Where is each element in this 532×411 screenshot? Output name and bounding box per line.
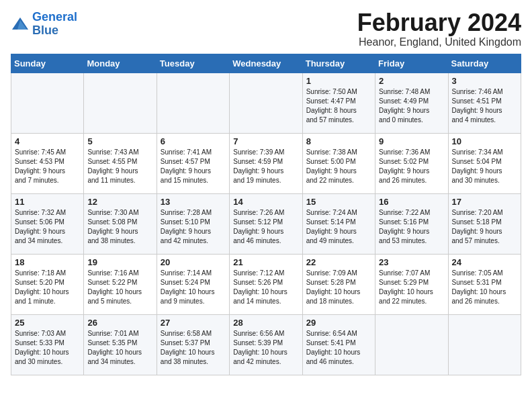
day-info: Sunrise: 7:18 AM Sunset: 5:20 PM Dayligh… [15, 269, 80, 306]
calendar-header-row: Sunday Monday Tuesday Wednesday Thursday… [11, 54, 521, 73]
day-number: 19 [87, 257, 152, 267]
day-number: 11 [15, 197, 80, 207]
day-info: Sunrise: 7:32 AM Sunset: 5:06 PM Dayligh… [15, 208, 80, 246]
table-row: 10Sunrise: 7:34 AM Sunset: 5:04 PM Dayli… [448, 134, 521, 194]
day-info: Sunrise: 7:48 AM Sunset: 4:49 PM Dayligh… [379, 87, 444, 125]
table-row [157, 73, 229, 134]
header-friday: Friday [375, 54, 448, 73]
table-row: 27Sunrise: 6:58 AM Sunset: 5:37 PM Dayli… [157, 315, 229, 375]
day-info: Sunrise: 7:12 AM Sunset: 5:26 PM Dayligh… [233, 269, 298, 306]
calendar-week-row: 11Sunrise: 7:32 AM Sunset: 5:06 PM Dayli… [11, 194, 521, 255]
table-row: 28Sunrise: 6:56 AM Sunset: 5:39 PM Dayli… [230, 315, 302, 375]
day-number: 28 [233, 318, 298, 328]
table-row: 6Sunrise: 7:41 AM Sunset: 4:57 PM Daylig… [157, 134, 229, 194]
table-row: 12Sunrise: 7:30 AM Sunset: 5:08 PM Dayli… [84, 194, 157, 255]
day-number: 12 [87, 197, 152, 207]
table-row: 13Sunrise: 7:28 AM Sunset: 5:10 PM Dayli… [157, 194, 229, 255]
day-number: 21 [233, 257, 298, 267]
header-thursday: Thursday [302, 54, 375, 73]
day-info: Sunrise: 7:43 AM Sunset: 4:55 PM Dayligh… [87, 148, 152, 185]
table-row: 26Sunrise: 7:01 AM Sunset: 5:35 PM Dayli… [84, 315, 157, 375]
day-number: 29 [306, 318, 371, 328]
day-info: Sunrise: 7:45 AM Sunset: 4:53 PM Dayligh… [15, 148, 80, 185]
day-info: Sunrise: 7:07 AM Sunset: 5:29 PM Dayligh… [379, 269, 444, 306]
calendar-week-row: 4Sunrise: 7:45 AM Sunset: 4:53 PM Daylig… [11, 134, 521, 194]
table-row [230, 73, 302, 134]
header-tuesday: Tuesday [157, 54, 229, 73]
table-row: 17Sunrise: 7:20 AM Sunset: 5:18 PM Dayli… [448, 194, 521, 255]
table-row: 24Sunrise: 7:05 AM Sunset: 5:31 PM Dayli… [448, 255, 521, 315]
day-number: 8 [306, 136, 371, 146]
day-number: 15 [306, 197, 371, 207]
day-number: 26 [87, 318, 152, 328]
title-area: February 2024 Heanor, England, United Ki… [357, 11, 521, 48]
table-row: 21Sunrise: 7:12 AM Sunset: 5:26 PM Dayli… [230, 255, 302, 315]
day-number: 6 [161, 136, 226, 146]
table-row: 7Sunrise: 7:39 AM Sunset: 4:59 PM Daylig… [230, 134, 302, 194]
day-number: 2 [379, 76, 444, 86]
calendar-table: Sunday Monday Tuesday Wednesday Thursday… [11, 54, 521, 375]
day-number: 4 [15, 136, 80, 146]
month-title: February 2024 [357, 11, 521, 35]
day-number: 10 [452, 136, 517, 146]
day-number: 7 [233, 136, 298, 146]
header-monday: Monday [84, 54, 157, 73]
day-info: Sunrise: 7:28 AM Sunset: 5:10 PM Dayligh… [161, 208, 226, 246]
day-number: 25 [15, 318, 80, 328]
calendar-week-row: 18Sunrise: 7:18 AM Sunset: 5:20 PM Dayli… [11, 255, 521, 315]
day-number: 20 [161, 257, 226, 267]
day-number: 27 [161, 318, 226, 328]
day-info: Sunrise: 7:05 AM Sunset: 5:31 PM Dayligh… [452, 269, 517, 306]
day-number: 23 [379, 257, 444, 267]
day-info: Sunrise: 6:56 AM Sunset: 5:39 PM Dayligh… [233, 329, 298, 367]
header-wednesday: Wednesday [230, 54, 302, 73]
location: Heanor, England, United Kingdom [357, 36, 521, 48]
day-info: Sunrise: 7:03 AM Sunset: 5:33 PM Dayligh… [15, 329, 80, 367]
table-row: 19Sunrise: 7:16 AM Sunset: 5:22 PM Dayli… [84, 255, 157, 315]
day-info: Sunrise: 6:58 AM Sunset: 5:37 PM Dayligh… [161, 329, 226, 367]
logo-icon [11, 15, 30, 34]
day-info: Sunrise: 7:46 AM Sunset: 4:51 PM Dayligh… [452, 87, 517, 125]
table-row: 4Sunrise: 7:45 AM Sunset: 4:53 PM Daylig… [11, 134, 84, 194]
table-row [11, 73, 84, 134]
day-info: Sunrise: 7:16 AM Sunset: 5:22 PM Dayligh… [87, 269, 152, 306]
table-row [84, 73, 157, 134]
table-row: 14Sunrise: 7:26 AM Sunset: 5:12 PM Dayli… [230, 194, 302, 255]
table-row: 3Sunrise: 7:46 AM Sunset: 4:51 PM Daylig… [448, 73, 521, 134]
day-number: 13 [161, 197, 226, 207]
table-row: 11Sunrise: 7:32 AM Sunset: 5:06 PM Dayli… [11, 194, 84, 255]
header-saturday: Saturday [448, 54, 521, 73]
logo-text: General Blue [32, 11, 77, 38]
table-row [448, 315, 521, 375]
day-number: 22 [306, 257, 371, 267]
day-number: 24 [452, 257, 517, 267]
day-number: 9 [379, 136, 444, 146]
table-row: 25Sunrise: 7:03 AM Sunset: 5:33 PM Dayli… [11, 315, 84, 375]
logo: General Blue [11, 11, 77, 38]
table-row: 5Sunrise: 7:43 AM Sunset: 4:55 PM Daylig… [84, 134, 157, 194]
table-row: 22Sunrise: 7:09 AM Sunset: 5:28 PM Dayli… [302, 255, 375, 315]
day-info: Sunrise: 7:50 AM Sunset: 4:47 PM Dayligh… [306, 87, 371, 125]
day-number: 14 [233, 197, 298, 207]
day-number: 5 [87, 136, 152, 146]
day-info: Sunrise: 6:54 AM Sunset: 5:41 PM Dayligh… [306, 329, 371, 367]
day-number: 18 [15, 257, 80, 267]
day-info: Sunrise: 7:39 AM Sunset: 4:59 PM Dayligh… [233, 148, 298, 185]
day-info: Sunrise: 7:34 AM Sunset: 5:04 PM Dayligh… [452, 148, 517, 185]
table-row: 8Sunrise: 7:38 AM Sunset: 5:00 PM Daylig… [302, 134, 375, 194]
table-row: 1Sunrise: 7:50 AM Sunset: 4:47 PM Daylig… [302, 73, 375, 134]
day-info: Sunrise: 7:38 AM Sunset: 5:00 PM Dayligh… [306, 148, 371, 185]
table-row: 18Sunrise: 7:18 AM Sunset: 5:20 PM Dayli… [11, 255, 84, 315]
day-info: Sunrise: 7:41 AM Sunset: 4:57 PM Dayligh… [161, 148, 226, 185]
day-info: Sunrise: 7:01 AM Sunset: 5:35 PM Dayligh… [87, 329, 152, 367]
day-info: Sunrise: 7:30 AM Sunset: 5:08 PM Dayligh… [87, 208, 152, 246]
day-info: Sunrise: 7:22 AM Sunset: 5:16 PM Dayligh… [379, 208, 444, 246]
table-row: 23Sunrise: 7:07 AM Sunset: 5:29 PM Dayli… [375, 255, 448, 315]
day-info: Sunrise: 7:24 AM Sunset: 5:14 PM Dayligh… [306, 208, 371, 246]
day-number: 1 [306, 76, 371, 86]
day-number: 17 [452, 197, 517, 207]
table-row: 20Sunrise: 7:14 AM Sunset: 5:24 PM Dayli… [157, 255, 229, 315]
header: General Blue February 2024 Heanor, Engla… [11, 11, 521, 48]
table-row: 15Sunrise: 7:24 AM Sunset: 5:14 PM Dayli… [302, 194, 375, 255]
day-info: Sunrise: 7:26 AM Sunset: 5:12 PM Dayligh… [233, 208, 298, 246]
